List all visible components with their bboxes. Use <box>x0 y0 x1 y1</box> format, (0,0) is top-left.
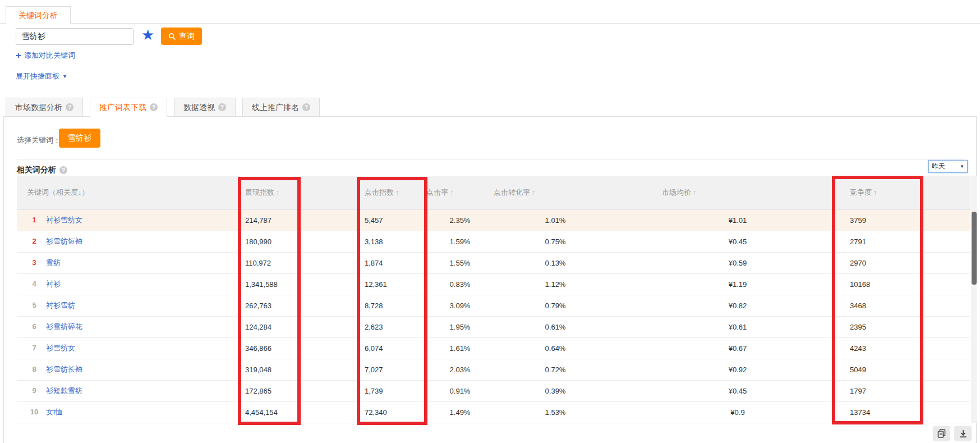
cell-click-index: 7,027 <box>348 359 426 380</box>
selected-keyword-chip[interactable]: 雪纺衫 <box>59 129 100 148</box>
query-button-label: 查询 <box>179 31 195 42</box>
tab-label: 市场数据分析 <box>15 98 62 117</box>
copy-icon <box>937 429 946 438</box>
analysis-tab-bar: 市场数据分析 ? 推广词表下载 ? 数据透视 ? 线上推广排名 ? <box>6 98 326 117</box>
tab-online-promo-ranking[interactable]: 线上推广排名 ? <box>242 98 320 117</box>
add-compare-label: 添加对比关键词 <box>24 51 75 61</box>
expand-quick-panel-link[interactable]: 展开快捷面板 ▼ <box>16 71 67 81</box>
help-icon[interactable]: ? <box>218 103 226 111</box>
keyword-link[interactable]: 衫雪纺碎花 <box>46 322 82 331</box>
add-compare-keyword-link[interactable]: + 添加对比关键词 <box>16 51 75 61</box>
cell-cvr: 0.61% <box>494 316 617 337</box>
col-label: 点击转化率 <box>494 188 530 197</box>
col-cvr[interactable]: 点击转化率↑ <box>494 176 617 209</box>
help-icon[interactable]: ? <box>150 103 158 111</box>
rank-number: 4 <box>27 280 42 288</box>
select-caret-icon: ▼ <box>960 164 964 169</box>
cell-competition: 2791 <box>813 231 970 252</box>
cell-cvr: 0.79% <box>494 295 617 316</box>
cell-impression-index: 172,865 <box>233 380 348 401</box>
copy-button[interactable] <box>933 426 950 441</box>
col-keyword[interactable]: 关键词（相关度↓） <box>17 176 233 209</box>
cell-cvr: 0.64% <box>494 337 617 359</box>
cell-cvr: 0.72% <box>494 359 617 380</box>
cell-avg-price: ¥1.19 <box>617 273 813 295</box>
cell-impression-index: 180,990 <box>233 231 348 252</box>
cell-impression-index: 124,284 <box>233 316 348 337</box>
rank-number: 10 <box>27 408 42 416</box>
table-scrollbar-thumb[interactable] <box>972 212 977 285</box>
keyword-link[interactable]: 衬衫雪纺 <box>46 301 75 309</box>
cell-click-index: 72,340 <box>348 401 426 423</box>
query-button[interactable]: 查询 <box>161 28 202 45</box>
cell-click-index: 5,457 <box>348 209 426 231</box>
favorite-star-icon[interactable]: ★ <box>141 26 154 44</box>
cell-ctr: 1.61% <box>426 337 494 359</box>
help-icon[interactable]: ? <box>302 103 310 111</box>
cell-ctr: 1.49% <box>426 401 494 423</box>
cell-competition: 4243 <box>813 337 970 359</box>
cell-avg-price: ¥0.9 <box>617 401 813 423</box>
cell-ctr: 1.55% <box>426 252 494 273</box>
rank-number: 1 <box>27 216 42 224</box>
table-header-row: 关键词（相关度↓） 展现指数↑ 点击指数↑ 点击率↑ 点击转化率↑ 市场均价↑ … <box>17 176 970 209</box>
expand-panel-label: 展开快捷面板 <box>16 71 59 81</box>
help-icon[interactable]: ? <box>66 103 73 111</box>
table-row: 3雪纺110,9721,8741.55%0.13%¥0.592970 <box>17 252 970 273</box>
rank-number: 9 <box>27 386 42 395</box>
col-avg-price[interactable]: 市场均价↑ <box>617 176 813 209</box>
col-click-index[interactable]: 点击指数↑ <box>348 176 426 209</box>
keyword-link[interactable]: 衫短款雪纺 <box>46 386 82 395</box>
cell-avg-price: ¥0.82 <box>617 295 813 316</box>
table-row: 6衫雪纺碎花124,2842,6231.95%0.61%¥0.612395 <box>17 316 970 337</box>
cell-ctr: 0.83% <box>426 273 494 295</box>
cell-competition: 5049 <box>813 359 970 380</box>
cell-cvr: 0.39% <box>494 380 617 401</box>
cell-ctr: 2.03% <box>426 359 494 380</box>
cell-ctr: 0.91% <box>426 380 494 401</box>
keyword-search-input[interactable] <box>16 28 134 45</box>
col-label: 点击率 <box>426 188 448 197</box>
date-range-select[interactable]: 昨天 ▼ <box>928 160 968 173</box>
select-keyword-label: 选择关键词： <box>17 135 61 145</box>
tab-promo-wordlist-download[interactable]: 推广词表下载 ? <box>90 98 167 117</box>
keyword-link[interactable]: 衫雪纺短袖 <box>46 237 82 245</box>
table-row: 7衫雪纺女346,8666,0741.61%0.64%¥0.674243 <box>17 337 970 359</box>
col-competition[interactable]: 竞争度↑ <box>813 176 970 209</box>
cell-cvr: 1.01% <box>494 209 617 231</box>
tab-market-data-analysis[interactable]: 市场数据分析 ? <box>6 98 83 117</box>
tab-label: 线上推广排名 <box>252 98 299 117</box>
download-icon <box>959 430 967 438</box>
keyword-link[interactable]: 衫雪纺女 <box>46 344 75 352</box>
tab-label: 数据透视 <box>183 98 215 117</box>
cell-cvr: 0.13% <box>494 252 617 273</box>
sort-up-icon: ↑ <box>873 189 877 197</box>
download-button[interactable] <box>954 426 972 441</box>
cell-competition: 10168 <box>813 273 970 295</box>
cell-cvr: 0.75% <box>494 231 617 252</box>
keyword-link[interactable]: 女t恤 <box>46 408 63 416</box>
keyword-link[interactable]: 衫雪纺长袖 <box>46 365 82 373</box>
cell-impression-index: 214,787 <box>233 209 348 231</box>
cell-competition: 2395 <box>813 316 970 337</box>
tab-data-pivot[interactable]: 数据透视 ? <box>174 98 236 117</box>
cell-click-index: 3,138 <box>348 231 426 252</box>
cell-impression-index: 262,763 <box>233 295 348 316</box>
cell-impression-index: 110,972 <box>233 252 348 273</box>
section-title-text: 相关词分析 <box>17 165 56 175</box>
rank-number: 3 <box>27 258 42 267</box>
help-icon[interactable]: ? <box>59 166 67 174</box>
cell-avg-price: ¥0.45 <box>617 231 813 252</box>
cell-avg-price: ¥0.92 <box>617 359 813 380</box>
keyword-link[interactable]: 衬衫雪纺女 <box>46 216 82 224</box>
table-row: 2衫雪纺短袖180,9903,1381.59%0.75%¥0.452791 <box>17 231 970 252</box>
col-impression-index[interactable]: 展现指数↑ <box>233 176 348 209</box>
keyword-link[interactable]: 衬衫 <box>46 280 61 288</box>
tab-keyword-analysis[interactable]: 关键词分析 <box>6 6 71 24</box>
cell-avg-price: ¥0.61 <box>617 316 813 337</box>
search-icon <box>168 33 176 40</box>
rank-number: 5 <box>27 301 42 309</box>
col-ctr[interactable]: 点击率↑ <box>426 176 494 209</box>
keyword-link[interactable]: 雪纺 <box>46 258 61 267</box>
cell-avg-price: ¥1.01 <box>617 209 813 231</box>
